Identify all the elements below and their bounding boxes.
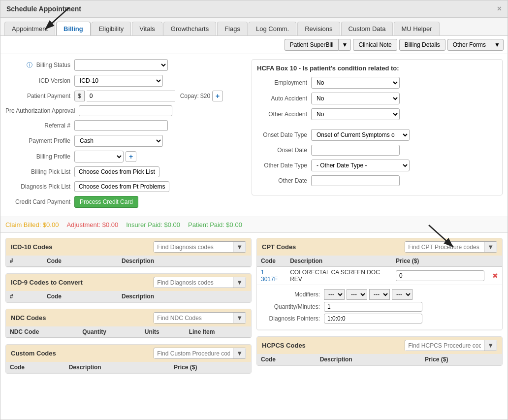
modifier-select[interactable]: ---: [324, 289, 345, 300]
icd10-find-wrap: ▼: [154, 241, 246, 253]
tab-eligibility[interactable]: Eligibility: [92, 22, 131, 35]
hcpcs-title: HCPCS Codes: [262, 342, 306, 349]
icd9-col-num: #: [6, 291, 43, 302]
modifier-select[interactable]: ---: [369, 289, 390, 300]
billing-profile-select[interactable]: [74, 151, 124, 162]
icd9-find-input[interactable]: [154, 278, 233, 288]
patient-superbill-button[interactable]: Patient SuperBill: [285, 39, 339, 51]
onset-date-input[interactable]: [311, 145, 400, 156]
cpt-title: CPT Codes: [262, 243, 296, 251]
patient-payment-input[interactable]: [87, 91, 175, 101]
ndc-dropdown-btn[interactable]: ▼: [233, 313, 246, 323]
icd10-dropdown-btn[interactable]: ▼: [233, 242, 246, 252]
billing-profile-label: Billing Profile: [5, 153, 74, 160]
ndc-header: NDC Codes ▼: [6, 309, 251, 326]
icd10-col-num: #: [6, 256, 43, 267]
clinical-note-button[interactable]: Clinical Note: [353, 39, 397, 51]
icd10-header: ICD-10 Codes ▼: [6, 238, 251, 256]
add-payment-button[interactable]: +: [212, 91, 223, 101]
icd-version-select[interactable]: ICD-10: [74, 75, 163, 87]
icd9-dropdown-btn[interactable]: ▼: [233, 277, 246, 288]
cpt-find-input[interactable]: [405, 242, 484, 252]
icd9-section: ICD-9 Codes to Convert ▼ # Code Descript…: [5, 273, 252, 303]
icd10-col-desc: Description: [118, 256, 251, 267]
other-accident-row: Other Accident No: [257, 108, 497, 120]
billing-status-select[interactable]: [74, 59, 168, 71]
billing-status-label: ⓘ Billing Status: [5, 61, 74, 69]
ndc-section: NDC Codes ▼ NDC Code Quantity Units Line…: [5, 309, 252, 338]
cpt-detail-row: Modifiers: ------------ Quantity/Minutes…: [257, 285, 502, 330]
tab-billing[interactable]: Billing: [56, 22, 91, 35]
add-billing-profile-button[interactable]: +: [126, 151, 136, 162]
cpt-code-link[interactable]: 1 3017F: [261, 269, 278, 283]
tab-bar: Appointment Billing Eligibility Vitals G…: [0, 18, 508, 36]
left-panel: ⓘ Billing Status ICD Version ICD-10 Pati…: [5, 59, 247, 212]
custom-col-code: Code: [6, 362, 65, 373]
tab-vitals[interactable]: Vitals: [132, 22, 162, 35]
onset-date-type-select[interactable]: Onset of Current Symptoms o: [311, 129, 410, 141]
tab-flags[interactable]: Flags: [217, 22, 248, 35]
pre-auth-row: Pre Authorization Approval: [5, 105, 247, 116]
custom-dropdown-btn[interactable]: ▼: [233, 348, 246, 358]
icd10-find-input[interactable]: [154, 242, 233, 252]
help-icon[interactable]: ⓘ: [27, 62, 32, 68]
auto-accident-select[interactable]: No: [311, 93, 400, 104]
patient-superbill-dropdown[interactable]: ▼: [338, 39, 351, 51]
billing-profile-row: Billing Profile +: [5, 151, 247, 162]
billing-pick-list-button[interactable]: Choose Codes from Pick List: [74, 166, 159, 177]
cpt-header: CPT Codes ▼: [257, 238, 502, 256]
cpt-delete-button[interactable]: ✖: [492, 272, 498, 280]
icd9-title: ICD-9 Codes to Convert: [11, 279, 83, 286]
ndc-col-line: Line Item: [185, 326, 251, 338]
insurer-paid: Insurer Paid: $0.00: [126, 221, 180, 228]
other-date-type-select[interactable]: - Other Date Type -: [311, 160, 410, 171]
codes-area: ICD-10 Codes ▼ # Code Description: [0, 233, 508, 385]
custom-section: Custom Codes ▼ Code Description Price ($…: [5, 344, 252, 374]
tab-appointment[interactable]: Appointment: [4, 22, 55, 35]
hcpcs-find-input[interactable]: [405, 341, 484, 351]
tab-growthcharts[interactable]: Growthcharts: [163, 22, 216, 35]
other-forms-button[interactable]: Other Forms: [447, 39, 491, 51]
payment-profile-label: Payment Profile: [5, 137, 74, 144]
process-credit-card-button[interactable]: Process Credit Card: [74, 196, 138, 208]
modifier-select[interactable]: ---: [392, 289, 413, 300]
diagnosis-pointers-input[interactable]: [324, 314, 422, 323]
employment-row: Employment No: [257, 77, 497, 89]
other-forms-dropdown[interactable]: ▼: [491, 39, 504, 51]
modifier-select[interactable]: ---: [347, 289, 367, 300]
patient-paid: Patient Paid: $0.00: [188, 221, 242, 228]
cpt-find-wrap: ▼: [405, 241, 497, 253]
icd9-find-wrap: ▼: [154, 277, 246, 288]
other-accident-select[interactable]: No: [311, 108, 400, 120]
tab-log-comm[interactable]: Log Comm.: [249, 22, 296, 35]
payment-profile-select[interactable]: Cash: [74, 135, 163, 147]
billing-details-button[interactable]: Billing Details: [399, 39, 445, 51]
tab-mu-helper[interactable]: MU Helper: [394, 22, 439, 35]
close-button[interactable]: ×: [497, 4, 502, 13]
custom-find-wrap: ▼: [154, 348, 246, 359]
quantity-input[interactable]: [324, 302, 422, 312]
hcpcs-dropdown-btn[interactable]: ▼: [484, 340, 497, 351]
other-date-type-label: Other Date Type: [257, 162, 311, 169]
patient-payment-group: $ Copay: $20 +: [74, 91, 223, 101]
hcpcs-col-code: Code: [257, 354, 316, 365]
cpt-dropdown-btn[interactable]: ▼: [484, 242, 497, 252]
ndc-find-input[interactable]: [154, 313, 233, 323]
tab-custom-data[interactable]: Custom Data: [341, 22, 393, 35]
icd-version-label: ICD Version: [5, 77, 74, 84]
employment-label: Employment: [257, 79, 311, 86]
employment-select[interactable]: No: [311, 77, 400, 89]
window-title: Schedule Appointment: [6, 5, 81, 13]
icd9-header: ICD-9 Codes to Convert ▼: [6, 274, 251, 291]
tab-revisions[interactable]: Revisions: [297, 22, 340, 35]
quantity-label: Quantity/Minutes:: [265, 303, 324, 310]
onset-date-row: Onset Date: [257, 145, 497, 156]
hcpcs-header: HCPCS Codes ▼: [257, 337, 502, 354]
diagnosis-pick-list-button[interactable]: Choose Codes from Pt Problems: [74, 181, 169, 192]
referral-input[interactable]: [74, 120, 168, 131]
pre-auth-input[interactable]: [79, 105, 172, 116]
custom-find-input[interactable]: [154, 349, 233, 358]
ndc-col-code: NDC Code: [6, 326, 78, 338]
other-date-input[interactable]: [311, 175, 400, 186]
cpt-price-input[interactable]: [396, 270, 484, 281]
